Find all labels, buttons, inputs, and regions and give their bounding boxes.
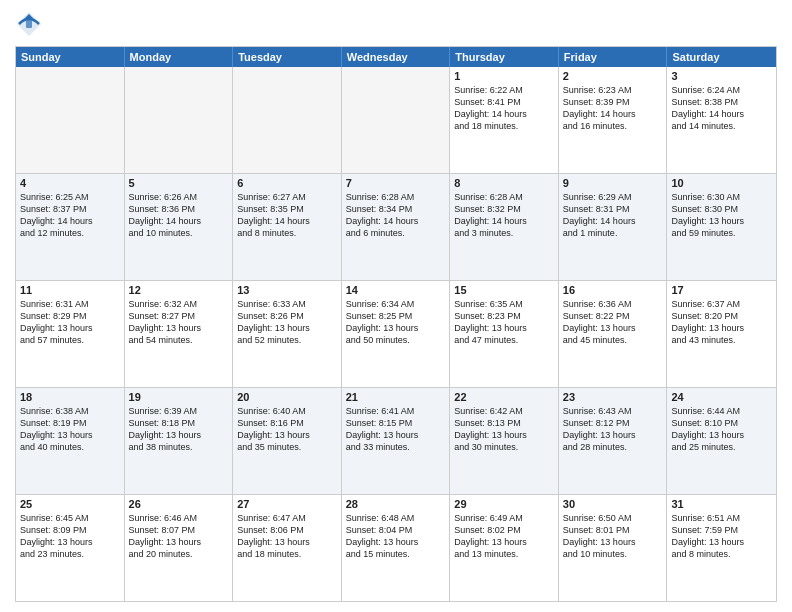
calendar-week: 11Sunrise: 6:31 AM Sunset: 8:29 PM Dayli… bbox=[16, 281, 776, 388]
day-number: 22 bbox=[454, 391, 554, 403]
day-info: Sunrise: 6:39 AM Sunset: 8:18 PM Dayligh… bbox=[129, 405, 229, 454]
day-number: 11 bbox=[20, 284, 120, 296]
day-number: 18 bbox=[20, 391, 120, 403]
day-number: 12 bbox=[129, 284, 229, 296]
day-info: Sunrise: 6:32 AM Sunset: 8:27 PM Dayligh… bbox=[129, 298, 229, 347]
day-number: 9 bbox=[563, 177, 663, 189]
day-number: 28 bbox=[346, 498, 446, 510]
calendar-cell bbox=[16, 67, 125, 173]
logo-icon bbox=[15, 10, 43, 38]
calendar-cell: 8Sunrise: 6:28 AM Sunset: 8:32 PM Daylig… bbox=[450, 174, 559, 280]
calendar-week: 25Sunrise: 6:45 AM Sunset: 8:09 PM Dayli… bbox=[16, 495, 776, 601]
day-number: 15 bbox=[454, 284, 554, 296]
day-number: 2 bbox=[563, 70, 663, 82]
calendar-cell: 18Sunrise: 6:38 AM Sunset: 8:19 PM Dayli… bbox=[16, 388, 125, 494]
calendar-cell: 14Sunrise: 6:34 AM Sunset: 8:25 PM Dayli… bbox=[342, 281, 451, 387]
day-info: Sunrise: 6:27 AM Sunset: 8:35 PM Dayligh… bbox=[237, 191, 337, 240]
day-number: 8 bbox=[454, 177, 554, 189]
day-number: 23 bbox=[563, 391, 663, 403]
day-info: Sunrise: 6:23 AM Sunset: 8:39 PM Dayligh… bbox=[563, 84, 663, 133]
day-number: 16 bbox=[563, 284, 663, 296]
day-number: 21 bbox=[346, 391, 446, 403]
day-info: Sunrise: 6:36 AM Sunset: 8:22 PM Dayligh… bbox=[563, 298, 663, 347]
day-info: Sunrise: 6:25 AM Sunset: 8:37 PM Dayligh… bbox=[20, 191, 120, 240]
day-number: 13 bbox=[237, 284, 337, 296]
calendar-cell: 7Sunrise: 6:28 AM Sunset: 8:34 PM Daylig… bbox=[342, 174, 451, 280]
calendar-cell: 3Sunrise: 6:24 AM Sunset: 8:38 PM Daylig… bbox=[667, 67, 776, 173]
day-info: Sunrise: 6:44 AM Sunset: 8:10 PM Dayligh… bbox=[671, 405, 772, 454]
calendar-cell bbox=[342, 67, 451, 173]
day-number: 27 bbox=[237, 498, 337, 510]
day-info: Sunrise: 6:49 AM Sunset: 8:02 PM Dayligh… bbox=[454, 512, 554, 561]
calendar-day-header: Wednesday bbox=[342, 47, 451, 67]
day-info: Sunrise: 6:30 AM Sunset: 8:30 PM Dayligh… bbox=[671, 191, 772, 240]
calendar-week: 4Sunrise: 6:25 AM Sunset: 8:37 PM Daylig… bbox=[16, 174, 776, 281]
day-number: 24 bbox=[671, 391, 772, 403]
day-info: Sunrise: 6:45 AM Sunset: 8:09 PM Dayligh… bbox=[20, 512, 120, 561]
day-info: Sunrise: 6:35 AM Sunset: 8:23 PM Dayligh… bbox=[454, 298, 554, 347]
day-info: Sunrise: 6:34 AM Sunset: 8:25 PM Dayligh… bbox=[346, 298, 446, 347]
calendar-body: 1Sunrise: 6:22 AM Sunset: 8:41 PM Daylig… bbox=[16, 67, 776, 601]
calendar-day-header: Saturday bbox=[667, 47, 776, 67]
calendar-cell: 27Sunrise: 6:47 AM Sunset: 8:06 PM Dayli… bbox=[233, 495, 342, 601]
day-number: 4 bbox=[20, 177, 120, 189]
calendar-cell: 28Sunrise: 6:48 AM Sunset: 8:04 PM Dayli… bbox=[342, 495, 451, 601]
day-number: 10 bbox=[671, 177, 772, 189]
calendar-header: SundayMondayTuesdayWednesdayThursdayFrid… bbox=[16, 47, 776, 67]
calendar-cell: 11Sunrise: 6:31 AM Sunset: 8:29 PM Dayli… bbox=[16, 281, 125, 387]
calendar-cell: 25Sunrise: 6:45 AM Sunset: 8:09 PM Dayli… bbox=[16, 495, 125, 601]
day-info: Sunrise: 6:43 AM Sunset: 8:12 PM Dayligh… bbox=[563, 405, 663, 454]
calendar-day-header: Thursday bbox=[450, 47, 559, 67]
day-info: Sunrise: 6:48 AM Sunset: 8:04 PM Dayligh… bbox=[346, 512, 446, 561]
day-info: Sunrise: 6:22 AM Sunset: 8:41 PM Dayligh… bbox=[454, 84, 554, 133]
day-number: 29 bbox=[454, 498, 554, 510]
day-info: Sunrise: 6:24 AM Sunset: 8:38 PM Dayligh… bbox=[671, 84, 772, 133]
page: SundayMondayTuesdayWednesdayThursdayFrid… bbox=[0, 0, 792, 612]
calendar-week: 1Sunrise: 6:22 AM Sunset: 8:41 PM Daylig… bbox=[16, 67, 776, 174]
calendar-cell: 2Sunrise: 6:23 AM Sunset: 8:39 PM Daylig… bbox=[559, 67, 668, 173]
day-info: Sunrise: 6:41 AM Sunset: 8:15 PM Dayligh… bbox=[346, 405, 446, 454]
calendar-cell: 6Sunrise: 6:27 AM Sunset: 8:35 PM Daylig… bbox=[233, 174, 342, 280]
day-info: Sunrise: 6:46 AM Sunset: 8:07 PM Dayligh… bbox=[129, 512, 229, 561]
day-number: 1 bbox=[454, 70, 554, 82]
calendar-cell: 5Sunrise: 6:26 AM Sunset: 8:36 PM Daylig… bbox=[125, 174, 234, 280]
calendar-day-header: Tuesday bbox=[233, 47, 342, 67]
day-number: 25 bbox=[20, 498, 120, 510]
header bbox=[15, 10, 777, 38]
day-info: Sunrise: 6:47 AM Sunset: 8:06 PM Dayligh… bbox=[237, 512, 337, 561]
day-number: 17 bbox=[671, 284, 772, 296]
calendar-cell: 30Sunrise: 6:50 AM Sunset: 8:01 PM Dayli… bbox=[559, 495, 668, 601]
day-number: 5 bbox=[129, 177, 229, 189]
calendar-cell: 12Sunrise: 6:32 AM Sunset: 8:27 PM Dayli… bbox=[125, 281, 234, 387]
day-number: 30 bbox=[563, 498, 663, 510]
day-info: Sunrise: 6:50 AM Sunset: 8:01 PM Dayligh… bbox=[563, 512, 663, 561]
calendar-cell: 26Sunrise: 6:46 AM Sunset: 8:07 PM Dayli… bbox=[125, 495, 234, 601]
day-info: Sunrise: 6:51 AM Sunset: 7:59 PM Dayligh… bbox=[671, 512, 772, 561]
calendar-cell: 21Sunrise: 6:41 AM Sunset: 8:15 PM Dayli… bbox=[342, 388, 451, 494]
calendar-day-header: Monday bbox=[125, 47, 234, 67]
day-number: 7 bbox=[346, 177, 446, 189]
calendar-cell: 22Sunrise: 6:42 AM Sunset: 8:13 PM Dayli… bbox=[450, 388, 559, 494]
day-info: Sunrise: 6:28 AM Sunset: 8:32 PM Dayligh… bbox=[454, 191, 554, 240]
day-info: Sunrise: 6:38 AM Sunset: 8:19 PM Dayligh… bbox=[20, 405, 120, 454]
svg-rect-2 bbox=[26, 20, 32, 28]
calendar-cell: 10Sunrise: 6:30 AM Sunset: 8:30 PM Dayli… bbox=[667, 174, 776, 280]
calendar-cell: 16Sunrise: 6:36 AM Sunset: 8:22 PM Dayli… bbox=[559, 281, 668, 387]
calendar-cell: 1Sunrise: 6:22 AM Sunset: 8:41 PM Daylig… bbox=[450, 67, 559, 173]
day-info: Sunrise: 6:42 AM Sunset: 8:13 PM Dayligh… bbox=[454, 405, 554, 454]
calendar-cell: 17Sunrise: 6:37 AM Sunset: 8:20 PM Dayli… bbox=[667, 281, 776, 387]
day-number: 31 bbox=[671, 498, 772, 510]
calendar-cell bbox=[233, 67, 342, 173]
day-number: 19 bbox=[129, 391, 229, 403]
calendar-cell bbox=[125, 67, 234, 173]
calendar-cell: 19Sunrise: 6:39 AM Sunset: 8:18 PM Dayli… bbox=[125, 388, 234, 494]
calendar-day-header: Friday bbox=[559, 47, 668, 67]
day-info: Sunrise: 6:33 AM Sunset: 8:26 PM Dayligh… bbox=[237, 298, 337, 347]
day-info: Sunrise: 6:40 AM Sunset: 8:16 PM Dayligh… bbox=[237, 405, 337, 454]
day-info: Sunrise: 6:31 AM Sunset: 8:29 PM Dayligh… bbox=[20, 298, 120, 347]
day-number: 6 bbox=[237, 177, 337, 189]
logo bbox=[15, 10, 47, 38]
calendar-cell: 4Sunrise: 6:25 AM Sunset: 8:37 PM Daylig… bbox=[16, 174, 125, 280]
calendar-cell: 24Sunrise: 6:44 AM Sunset: 8:10 PM Dayli… bbox=[667, 388, 776, 494]
calendar-cell: 9Sunrise: 6:29 AM Sunset: 8:31 PM Daylig… bbox=[559, 174, 668, 280]
